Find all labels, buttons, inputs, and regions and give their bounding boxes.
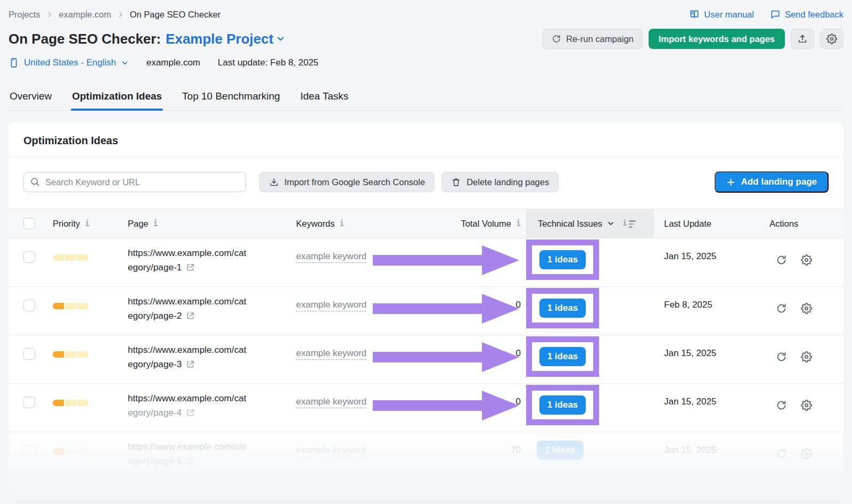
page-url-line1[interactable]: https://www.example.com/cat [128, 343, 279, 357]
column-last-update[interactable]: Last Update [654, 209, 752, 238]
table-row: https://www.example.com/cat egory/page-5… [9, 432, 843, 481]
row-checkbox[interactable] [23, 348, 35, 360]
refresh-icon [552, 34, 561, 44]
external-link-icon[interactable] [186, 263, 195, 272]
ideas-button[interactable]: 1 ideas [539, 299, 586, 318]
total-volume-value: 70 [394, 432, 526, 481]
page-url-line2[interactable]: egory/page-3 [128, 357, 182, 371]
project-selector[interactable]: Example Project [166, 31, 285, 47]
row-checkbox[interactable] [23, 251, 35, 263]
settings-button[interactable] [820, 29, 843, 49]
delete-landing-pages-label: Delete landing pages [466, 177, 549, 187]
tab-optimization-ideas[interactable]: Optimization Ideas [71, 86, 163, 110]
table-header: Priorityi Pagei Keywordsi Total Volumei … [9, 209, 843, 238]
import-keywords-label: Import keywords and pages [659, 34, 775, 44]
import-gsc-button[interactable]: Import from Google Search Console [259, 172, 435, 192]
sort-icon: i [622, 219, 635, 228]
info-icon[interactable]: i [339, 219, 344, 228]
gear-row-icon[interactable] [801, 254, 812, 266]
card-title: Optimization Ideas [9, 122, 843, 158]
ideas-button[interactable]: 1 ideas [539, 250, 586, 269]
tab-idea-tasks[interactable]: Idea Tasks [299, 86, 349, 110]
column-technical-issues[interactable]: Technical Issues i [526, 209, 654, 238]
breadcrumb-projects[interactable]: Projects [9, 10, 40, 20]
page-url-line1[interactable]: https://www.example.com/cat [128, 294, 279, 309]
rerun-campaign-button[interactable]: Re-run campaign [543, 29, 643, 49]
page-url-line2[interactable]: egory/page-4 [128, 406, 182, 420]
book-icon [689, 9, 700, 20]
chat-icon [770, 9, 781, 20]
refresh-row-icon[interactable] [776, 254, 787, 266]
page-url-line1[interactable]: https://www.example.com/cat [128, 246, 279, 260]
refresh-row-icon[interactable] [776, 448, 787, 459]
info-icon[interactable]: i [516, 219, 521, 228]
campaign-domain: example.com [146, 57, 200, 68]
gear-row-icon[interactable] [801, 303, 812, 314]
select-all-checkbox[interactable] [23, 218, 35, 229]
ideas-button[interactable]: 1 ideas [537, 441, 584, 460]
external-link-icon[interactable] [186, 360, 195, 369]
search-icon [30, 177, 40, 187]
page-url: https://www.example.com/cat egory/page-3 [119, 335, 279, 383]
import-keywords-button[interactable]: Import keywords and pages [649, 29, 785, 49]
table-row: https://www.example.com/cat egory/page-3… [9, 335, 843, 384]
last-update-value: Jan 15, 2025 [654, 238, 752, 286]
info-icon[interactable]: i [153, 219, 158, 228]
tab-top10-benchmarking[interactable]: Top 10 Benchmarking [181, 86, 281, 110]
page-url-line1[interactable]: https://www.example.com/cat [128, 440, 279, 454]
download-icon [269, 177, 279, 187]
page-url-line2-wrap: egory/page-4 [128, 406, 279, 420]
page-url-line2[interactable]: egory/page-2 [128, 309, 182, 323]
priority-bar [53, 351, 119, 358]
row-checkbox[interactable] [23, 445, 35, 457]
column-actions: Actions [752, 209, 843, 238]
highlight-frame: 1 ideas [526, 239, 599, 280]
external-link-icon[interactable] [186, 408, 195, 417]
gear-row-icon[interactable] [801, 448, 812, 459]
delete-landing-pages-button[interactable]: Delete landing pages [441, 172, 559, 192]
search-input[interactable] [23, 172, 246, 192]
keyword-link[interactable]: example keyword [296, 445, 366, 457]
column-page[interactable]: Pagei [119, 209, 279, 238]
gear-row-icon[interactable] [801, 351, 812, 362]
last-update-value: Feb 8, 2025 [654, 287, 752, 335]
page-url-line2[interactable]: egory/page-5 [128, 454, 182, 468]
page-url-line2-wrap: egory/page-3 [128, 357, 279, 371]
total-volume-value: 0 [394, 384, 526, 432]
page-url-line2[interactable]: egory/page-1 [128, 260, 182, 275]
chevron-right-icon [46, 11, 54, 19]
keyword-link[interactable]: example keyword [296, 348, 366, 360]
refresh-row-icon[interactable] [776, 400, 787, 411]
breadcrumb-domain[interactable]: example.com [59, 10, 111, 20]
total-volume-value [394, 238, 526, 286]
refresh-row-icon[interactable] [776, 303, 787, 314]
export-button[interactable] [791, 29, 814, 49]
last-update-value: Jan 15, 2025 [654, 335, 752, 383]
refresh-row-icon[interactable] [776, 351, 787, 362]
tab-overview[interactable]: Overview [9, 86, 53, 110]
add-landing-page-button[interactable]: Add landing page [715, 171, 829, 193]
gear-row-icon[interactable] [801, 400, 812, 411]
page-url-line1[interactable]: https://www.example.com/cat [128, 391, 279, 406]
page-url: https://www.example.com/cat egory/page-4 [119, 384, 279, 432]
send-feedback-link[interactable]: Send feedback [770, 9, 843, 20]
row-checkbox[interactable] [23, 396, 35, 408]
row-checkbox[interactable] [23, 300, 35, 311]
user-manual-link[interactable]: User manual [689, 9, 754, 20]
ideas-button[interactable]: 1 ideas [539, 347, 586, 366]
external-link-icon[interactable] [186, 311, 195, 320]
technical-issues-cell: 1 ideas [526, 335, 654, 383]
ideas-button[interactable]: 1 ideas [539, 395, 586, 415]
keyword-link[interactable]: example keyword [296, 251, 366, 263]
column-priority[interactable]: Priorityi [45, 209, 119, 238]
column-keywords[interactable]: Keywordsi [279, 209, 394, 238]
info-icon[interactable]: i [85, 219, 89, 228]
locale-label: United States - English [24, 57, 116, 68]
keyword-link[interactable]: example keyword [296, 396, 366, 408]
technical-issues-cell: 1 ideas [526, 384, 654, 432]
locale-selector[interactable]: United States - English [9, 57, 129, 68]
total-volume-value: 0 [394, 335, 526, 383]
external-link-icon[interactable] [186, 457, 195, 466]
column-total-volume[interactable]: Total Volumei [394, 209, 526, 238]
keyword-link[interactable]: example keyword [296, 300, 366, 311]
